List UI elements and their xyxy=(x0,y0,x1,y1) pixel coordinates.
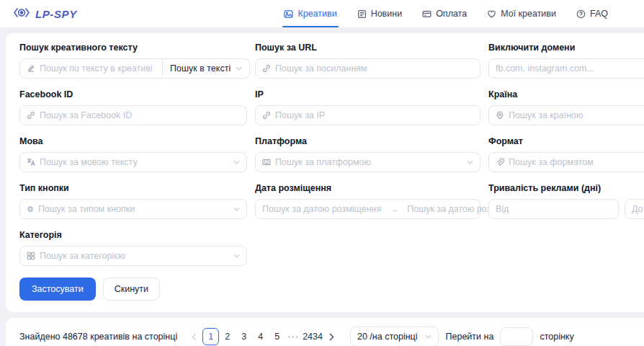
url-field[interactable] xyxy=(275,63,473,74)
filter-country: Країна xyxy=(488,89,644,125)
nav-tab-my-creatives[interactable]: Мої креативи xyxy=(487,0,556,27)
duration-to-input[interactable] xyxy=(625,199,644,219)
filter-format: Формат xyxy=(488,136,644,172)
link-icon xyxy=(262,64,271,73)
platform-field[interactable] xyxy=(275,157,462,167)
field-label: Мова xyxy=(19,136,247,146)
duration-from-input[interactable] xyxy=(488,199,619,219)
facebook-id-field[interactable] xyxy=(40,110,240,120)
heart-icon xyxy=(487,9,496,19)
date-from-placeholder[interactable]: Пошук за датою розміщення xyxy=(262,204,381,214)
app-header: LP-SPY Креативи Новини xyxy=(0,0,644,27)
search-mode-select[interactable]: Пошук в тексті xyxy=(163,58,250,79)
field-label: Дата розміщення xyxy=(255,183,480,193)
prev-page-button[interactable] xyxy=(186,328,202,345)
results-bar: Знайдено 48678 креативів на сторінці 1 2… xyxy=(6,318,644,346)
nav-label: Креативи xyxy=(298,9,336,19)
next-page-button[interactable] xyxy=(323,328,340,345)
field-label: Платформа xyxy=(255,136,480,146)
field-label: Формат xyxy=(488,136,644,146)
url-input[interactable] xyxy=(255,58,480,79)
category-select[interactable] xyxy=(19,246,247,266)
question-icon xyxy=(576,9,586,19)
nav-tab-faq[interactable]: FAQ xyxy=(576,0,608,27)
logo[interactable]: LP-SPY xyxy=(13,7,77,20)
duration-to-field[interactable] xyxy=(632,204,644,214)
ip-input[interactable] xyxy=(255,105,480,125)
nav-label: Мої креативи xyxy=(501,9,556,19)
field-label: Тривалість реклами (дні) xyxy=(488,183,644,193)
paperclip-icon xyxy=(496,158,504,167)
page-size-value: 20 /на сторінці xyxy=(357,332,418,342)
card-icon xyxy=(422,9,431,19)
pin-icon xyxy=(496,111,504,120)
goto-suffix: сторінку xyxy=(540,332,573,342)
reset-button[interactable]: Скинути xyxy=(103,278,160,301)
filter-placement-date: Дата розміщення Пошук за датою розміщенн… xyxy=(255,183,480,219)
page-button-1[interactable]: 1 xyxy=(202,328,219,345)
field-label: Категорія xyxy=(19,230,247,240)
nav-tab-creatives[interactable]: Креативи xyxy=(284,0,336,27)
keyboard-icon xyxy=(262,158,271,167)
chevron-down-icon xyxy=(236,66,242,71)
filter-language: Мова xyxy=(19,136,247,172)
image-icon xyxy=(284,9,293,19)
link-icon xyxy=(262,111,271,120)
nav-tab-news[interactable]: Новини xyxy=(357,0,403,27)
filters-panel: Пошук креативного тексту Пошук в тексті xyxy=(6,33,644,312)
platform-select[interactable] xyxy=(255,152,480,172)
chevron-down-icon xyxy=(233,160,240,164)
country-field[interactable] xyxy=(509,110,644,120)
news-icon xyxy=(357,9,367,19)
field-label: Пошук за URL xyxy=(255,43,480,53)
page-button-5[interactable]: 5 xyxy=(269,328,285,345)
page-button-2[interactable]: 2 xyxy=(219,328,236,345)
page-size-select[interactable]: 20 /на сторінці xyxy=(350,327,439,346)
page-button-4[interactable]: 4 xyxy=(252,328,269,345)
main-nav: Креативи Новини Оплата xyxy=(284,0,608,27)
format-field[interactable] xyxy=(509,157,644,167)
field-label: IP xyxy=(255,89,480,99)
filter-platform: Платформа xyxy=(255,136,480,172)
link-icon xyxy=(27,111,35,120)
grid-icon xyxy=(27,252,35,260)
search-mode-value: Пошук в тексті xyxy=(170,63,231,74)
arrow-right-icon: → xyxy=(385,204,403,214)
filter-category: Категорія xyxy=(19,230,247,266)
language-field[interactable] xyxy=(40,157,229,167)
filter-ip: IP xyxy=(255,89,480,125)
creative-text-input[interactable] xyxy=(19,58,163,79)
field-label: Facebook ID xyxy=(19,89,247,99)
nav-tab-payment[interactable]: Оплата xyxy=(422,0,467,27)
page-button-last[interactable]: 2434 xyxy=(302,328,323,345)
country-input[interactable] xyxy=(488,105,644,125)
pagination-ellipsis[interactable]: ••• xyxy=(285,328,302,345)
goto-prefix: Перейти на xyxy=(446,332,494,342)
ip-field[interactable] xyxy=(275,110,473,120)
date-range-picker[interactable]: Пошук за датою розміщення → Пошук за дат… xyxy=(255,199,480,219)
apply-button[interactable]: Застосувати xyxy=(19,278,96,301)
chevron-down-icon xyxy=(425,334,431,339)
page-button-3[interactable]: 3 xyxy=(236,328,252,345)
format-input[interactable] xyxy=(488,152,644,172)
filter-url: Пошук за URL xyxy=(255,43,480,79)
nav-label: Новини xyxy=(371,9,403,19)
nav-label: FAQ xyxy=(590,9,608,19)
button-type-field[interactable] xyxy=(38,204,229,214)
field-label: Виключити домени xyxy=(488,43,644,53)
gear-icon: ⚙ xyxy=(27,205,34,214)
exclude-domains-field[interactable] xyxy=(496,63,644,74)
exclude-domains-input[interactable] xyxy=(488,58,644,79)
creative-text-field[interactable] xyxy=(40,63,156,74)
category-field[interactable] xyxy=(40,251,229,261)
facebook-id-input[interactable] xyxy=(19,105,247,125)
pagination: 1 2 3 4 5 ••• 2434 xyxy=(186,328,340,345)
chevron-down-icon xyxy=(233,207,240,211)
nav-label: Оплата xyxy=(436,9,467,19)
duration-from-field[interactable] xyxy=(496,204,612,214)
goto-page-input[interactable] xyxy=(500,327,533,346)
chevron-down-icon xyxy=(467,160,473,164)
button-type-select[interactable]: ⚙ xyxy=(19,199,247,219)
language-icon xyxy=(27,158,35,167)
language-select[interactable] xyxy=(19,152,247,172)
